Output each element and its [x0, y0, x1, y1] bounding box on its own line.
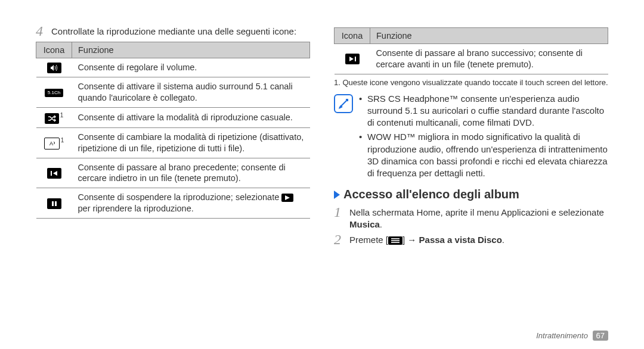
svg-rect-5 — [391, 238, 400, 239]
func-cell: Consente di attivare la modalità di ripr… — [72, 107, 310, 127]
func-cell: Consente di passare al brano precedente;… — [72, 158, 310, 188]
col-icon-header: Icona — [335, 28, 370, 44]
note-bullet: SRS CS Headphone™ consente un'esperienza… — [359, 93, 608, 129]
func-text-post: per riprendere la riproduzione. — [78, 204, 194, 213]
footnote-ref: 1 — [61, 137, 64, 144]
func-cell: Consente di cambiare la modalità di ripe… — [72, 127, 310, 158]
prev-icon — [47, 168, 61, 179]
step-text-post: . — [502, 235, 504, 245]
svg-rect-6 — [391, 241, 400, 242]
step-number: 2 — [334, 232, 345, 247]
svg-rect-3 — [55, 201, 57, 206]
section-heading: Accesso all'elenco degli album — [334, 188, 608, 201]
col-func-header: Funzione — [370, 28, 608, 44]
func-cell: Consente di passare al brano successivo;… — [370, 44, 608, 74]
page-footer: Intrattenimento 67 — [536, 331, 608, 341]
surround-icon: 5.1Ch — [45, 89, 63, 97]
volume-icon — [47, 63, 61, 73]
func-cell: Consente di attivare il sistema audio su… — [72, 77, 310, 108]
table-header-row: Icona Funzione — [335, 28, 608, 44]
step-1: 1 Nella schermata Home, aprite il menu A… — [334, 205, 608, 230]
icon-cell: 5.1Ch — [36, 77, 72, 108]
play-icon — [281, 194, 293, 202]
svg-rect-2 — [52, 201, 54, 206]
footer-section: Intrattenimento — [536, 331, 588, 340]
func-cell: Consente di sospendere la riproduzione; … — [72, 188, 310, 219]
step-number: 4 — [36, 24, 47, 38]
icon-cell — [36, 158, 72, 188]
table-header-row: Icona Funzione — [36, 42, 310, 58]
col-func-header: Funzione — [72, 42, 310, 58]
svg-rect-1 — [51, 171, 52, 176]
table-row: Consente di regolare il volume. — [36, 58, 310, 77]
col-icon-header: Icona — [36, 42, 72, 58]
repeat-icon: A — [44, 138, 60, 149]
step-text: Nella schermata Home, aprite il menu App… — [349, 205, 608, 230]
step-text-bold: Musica — [349, 219, 380, 229]
table-row: Consente di passare al brano successivo;… — [335, 44, 608, 74]
menu-icon — [388, 236, 402, 245]
icons-table-right: Icona Funzione Consente di passare al br… — [334, 27, 608, 74]
step-number: 1 — [334, 205, 345, 219]
table-row: A 1 Consente di cambiare la modalità di … — [36, 127, 310, 158]
pause-icon — [47, 198, 61, 209]
step-text-pre: Premete [ — [349, 235, 388, 245]
func-cell: Consente di regolare il volume. — [72, 58, 310, 77]
footer-page-number: 67 — [593, 331, 608, 341]
icon-cell: 1 — [36, 107, 72, 127]
note-bullet: WOW HD™ migliora in modo significativo l… — [359, 131, 608, 179]
step-text: Controllate la riproduzione mediante una… — [51, 24, 296, 38]
step-text: Premete [] → Passa a vista Disco. — [349, 232, 504, 246]
table-row: 1 Consente di attivare la modalità di ri… — [36, 107, 310, 127]
next-icon — [345, 54, 360, 64]
table-row: Consente di passare al brano precedente;… — [36, 158, 310, 188]
table-row: 5.1Ch Consente di attivare il sistema au… — [36, 77, 310, 108]
svg-rect-4 — [355, 57, 356, 61]
note-icon — [334, 94, 353, 113]
icon-cell — [36, 188, 72, 219]
svg-rect-7 — [391, 242, 400, 244]
section-title: Accesso all'elenco degli album — [343, 188, 519, 201]
table-row: Consente di sospendere la riproduzione; … — [36, 188, 310, 219]
page-content: 4 Controllate la riproduzione mediante u… — [36, 24, 608, 249]
icons-table-left: Icona Funzione Consente di regolare il v… — [36, 42, 310, 219]
note-box: SRS CS Headphone™ consente un'esperienza… — [334, 93, 608, 182]
icon-cell — [36, 58, 72, 77]
func-text-pre: Consente di sospendere la riproduzione; … — [78, 192, 282, 202]
shuffle-icon — [45, 113, 59, 124]
step-text-bold: Passa a vista Disco — [419, 235, 502, 245]
footnote-ref: 1 — [60, 112, 64, 119]
step-text-pre: Nella schermata Home, aprite il menu App… — [349, 207, 604, 217]
note-body: SRS CS Headphone™ consente un'esperienza… — [359, 93, 608, 182]
step-2: 2 Premete [] → Passa a vista Disco. — [334, 232, 608, 247]
left-column: 4 Controllate la riproduzione mediante u… — [36, 24, 310, 249]
svg-text:A: A — [49, 141, 53, 147]
step-text-mid: ] → — [402, 235, 419, 245]
icon-cell — [335, 44, 370, 74]
chevron-right-icon — [334, 191, 340, 199]
footnote-text: 1. Queste icone vengono visualizzate qua… — [334, 78, 608, 88]
step-text-post: . — [380, 219, 382, 229]
right-column: Icona Funzione Consente di passare al br… — [334, 24, 608, 249]
icon-cell: A 1 — [36, 127, 72, 158]
step-4: 4 Controllate la riproduzione mediante u… — [36, 24, 310, 38]
